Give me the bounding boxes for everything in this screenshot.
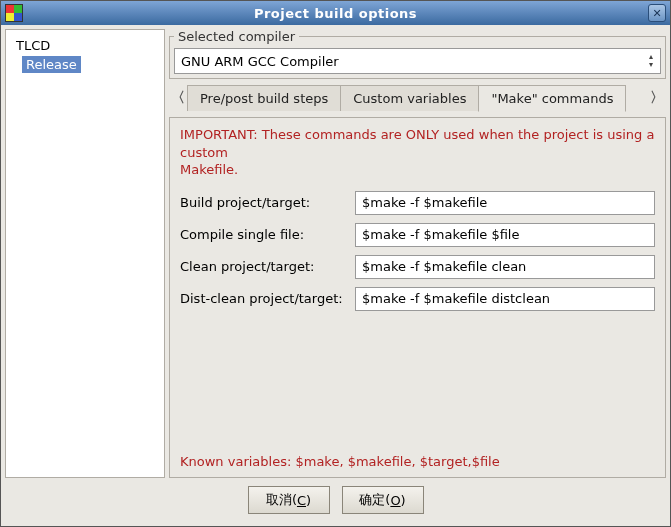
tree-root[interactable]: TLCD Release (6, 34, 164, 76)
compiler-select-value: GNU ARM GCC Compiler (181, 54, 339, 69)
tree-item-label: Release (22, 56, 81, 73)
tree-item-release[interactable]: Release (22, 57, 154, 72)
app-icon (5, 4, 23, 22)
titlebar: Project build options ✕ (1, 1, 670, 25)
selected-compiler-legend: Selected compiler (174, 29, 299, 44)
compiler-select[interactable]: GNU ARM GCC Compiler ▴▾ (174, 48, 661, 74)
window-title: Project build options (23, 6, 648, 21)
row-clean: Clean project/target: (180, 255, 655, 279)
window: Project build options ✕ TLCD Release Sel… (0, 0, 671, 527)
tabs-scroll-right-icon[interactable]: 〉 (648, 85, 666, 111)
ok-button[interactable]: 确定(O) (342, 486, 424, 514)
label-clean: Clean project/target: (180, 259, 355, 274)
make-commands-panel: IMPORTANT: These commands are ONLY used … (169, 117, 666, 478)
input-build[interactable] (355, 191, 655, 215)
row-distclean: Dist-clean project/target: (180, 287, 655, 311)
tab-prepost-build[interactable]: Pre/post build steps (187, 85, 341, 111)
known-variables: Known variables: $make, $makefile, $targ… (180, 454, 655, 469)
input-compile[interactable] (355, 223, 655, 247)
tree-root-label: TLCD (16, 38, 50, 53)
input-clean[interactable] (355, 255, 655, 279)
tabs-row: 〈 Pre/post build steps Custom variables … (169, 83, 666, 113)
dialog-buttons: 取消(C) 确定(O) (5, 478, 666, 522)
make-warning: IMPORTANT: These commands are ONLY used … (180, 126, 655, 179)
tab-custom-variables[interactable]: Custom variables (340, 85, 479, 111)
label-compile: Compile single file: (180, 227, 355, 242)
row-build: Build project/target: (180, 191, 655, 215)
dropdown-spinner-icon[interactable]: ▴▾ (644, 51, 658, 71)
label-distclean: Dist-clean project/target: (180, 291, 355, 306)
tab-make-commands[interactable]: "Make" commands (478, 85, 626, 112)
label-build: Build project/target: (180, 195, 355, 210)
cancel-button[interactable]: 取消(C) (248, 486, 330, 514)
tabs-scroll-left-icon[interactable]: 〈 (169, 85, 187, 111)
row-compile: Compile single file: (180, 223, 655, 247)
selected-compiler-group: Selected compiler GNU ARM GCC Compiler ▴… (169, 29, 666, 79)
input-distclean[interactable] (355, 287, 655, 311)
body: TLCD Release Selected compiler GNU ARM G… (1, 25, 670, 526)
close-icon[interactable]: ✕ (648, 4, 666, 22)
targets-tree[interactable]: TLCD Release (5, 29, 165, 478)
